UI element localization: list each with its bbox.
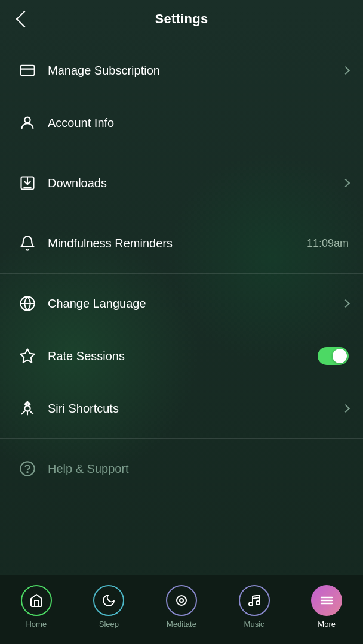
back-button[interactable] [12, 8, 33, 30]
music-icon [247, 593, 262, 608]
svg-point-12 [177, 596, 186, 605]
chevron-icon [342, 299, 350, 308]
meditate-icon-wrap [166, 585, 197, 616]
chevron-icon [342, 66, 350, 75]
music-icon-wrap [239, 585, 270, 616]
menu-label-rate-sessions: Rate Sessions [48, 349, 318, 363]
menu-item-siri-shortcuts[interactable]: Siri Shortcuts [0, 382, 363, 435]
menu-item-mindfulness-reminders[interactable]: Mindfulness Reminders 11:09am [0, 217, 363, 270]
menu-label-mindfulness-reminders: Mindfulness Reminders [48, 237, 307, 250]
nav-item-music[interactable]: Music [218, 585, 291, 628]
user-icon [14, 110, 41, 136]
download-icon [14, 170, 41, 196]
svg-point-10 [20, 462, 34, 475]
toggle-knob [333, 349, 347, 363]
chevron-icon [342, 179, 350, 187]
menu-label-help-support: Help & Support [48, 462, 349, 476]
meditate-icon [174, 593, 189, 608]
more-icon [319, 593, 334, 608]
menu-item-change-language[interactable]: Change Language [0, 277, 363, 330]
svg-rect-0 [20, 66, 34, 75]
page-title: Settings [155, 11, 208, 27]
menu-item-help-support[interactable]: Help & Support [0, 442, 363, 495]
sleep-icon [101, 593, 116, 608]
svg-line-16 [253, 597, 260, 599]
sleep-icon-wrap [93, 585, 124, 616]
chevron-icon [342, 404, 350, 413]
more-icon-wrap [311, 585, 342, 616]
back-icon [16, 11, 33, 27]
nav-label-home: Home [26, 620, 47, 628]
menu-item-manage-subscription[interactable]: Manage Subscription [0, 44, 363, 97]
nav-label-music: Music [244, 620, 264, 628]
bottom-navigation: Home Sleep Meditate Music More [0, 575, 363, 644]
divider-3 [0, 273, 363, 274]
nav-item-sleep[interactable]: Sleep [73, 585, 146, 628]
home-icon-wrap [21, 585, 52, 616]
svg-point-9 [24, 405, 30, 411]
svg-point-14 [249, 602, 253, 606]
divider-2 [0, 213, 363, 213]
nav-label-sleep: Sleep [99, 620, 119, 628]
settings-header: Settings [0, 0, 363, 38]
menu-label-change-language: Change Language [48, 297, 338, 311]
rate-sessions-toggle[interactable] [318, 347, 349, 365]
svg-point-2 [24, 117, 30, 123]
divider-4 [0, 438, 363, 439]
menu-item-account-info[interactable]: Account Info [0, 97, 363, 149]
nav-item-meditate[interactable]: Meditate [145, 585, 218, 628]
menu-label-siri-shortcuts: Siri Shortcuts [48, 402, 338, 416]
nav-item-home[interactable]: Home [0, 585, 73, 628]
menu-label-downloads: Downloads [48, 177, 338, 190]
settings-menu: Manage Subscription Account Info Downloa… [0, 38, 363, 575]
help-icon [14, 456, 41, 482]
svg-point-13 [180, 599, 183, 602]
menu-label-account-info: Account Info [48, 116, 349, 130]
nav-label-meditate: Meditate [167, 620, 196, 628]
svg-marker-8 [20, 349, 34, 362]
siri-icon [14, 395, 41, 422]
divider-1 [0, 153, 363, 153]
home-icon [29, 593, 44, 608]
nav-item-more[interactable]: More [290, 585, 363, 628]
card-icon [14, 57, 41, 83]
menu-label-manage-subscription: Manage Subscription [48, 64, 338, 78]
mindfulness-time-value: 11:09am [307, 237, 349, 250]
nav-label-more: More [318, 620, 336, 628]
menu-item-downloads[interactable]: Downloads [0, 157, 363, 209]
globe-icon [14, 290, 41, 317]
menu-item-rate-sessions[interactable]: Rate Sessions [0, 330, 363, 382]
bell-icon [14, 230, 41, 256]
star-icon [14, 343, 41, 369]
svg-point-15 [256, 601, 260, 605]
